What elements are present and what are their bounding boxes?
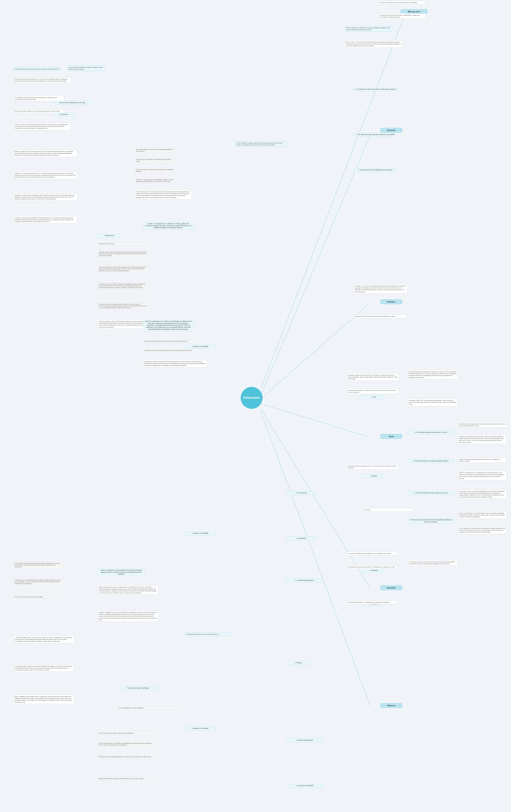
consent-desc: Where the plaintiff has consented to the… bbox=[97, 777, 155, 780]
who-can-sue-test: TEST: A statement is defamatory if it lo… bbox=[345, 26, 392, 31]
section8: Section 8, Defamation Act: A defence of … bbox=[143, 320, 194, 331]
ordinary-reader: The ordinary reader must be able to inde… bbox=[135, 148, 175, 153]
innocent-dissemination: 5. Innocent dissemination bbox=[286, 738, 323, 742]
svg-line-1 bbox=[261, 135, 370, 395]
two-types-privilege: There are two types of privileges bbox=[118, 686, 158, 690]
remedies-heading: Remedies bbox=[380, 585, 402, 590]
unint-def-where: Where a defamation unintentionally and i… bbox=[97, 569, 145, 576]
slander-profession: d. If the words are calculated to lower … bbox=[407, 518, 454, 524]
mindmap-container: Defamation Who can sue? Principle: Only … bbox=[0, 0, 511, 812]
req-true-facts: Comment must be based on true facts. TES… bbox=[97, 251, 148, 257]
who-can-sue-principle: Principle: Only living persons can bring… bbox=[379, 1, 426, 4]
svg-line-3 bbox=[261, 404, 370, 437]
req-opinion: Comment must be opinion. bbox=[97, 242, 148, 245]
slander-disease: b. If the words impute a contagious dise… bbox=[407, 459, 454, 463]
unint-offer-amends: Must be followed by an offer of amends (… bbox=[97, 585, 158, 594]
innocent-mechanical: When the article was disseminated by him… bbox=[97, 755, 155, 758]
requirements-label: Requirements bbox=[97, 234, 121, 237]
defence-note3: If in either case, the publisher was not… bbox=[13, 596, 64, 599]
yousoupoff-case: Yousoupoff v MGM: The court held that th… bbox=[407, 399, 458, 406]
criteria-mass-distributors: 3. Criteria applicable for mass distribu… bbox=[118, 706, 178, 709]
defamatory-meaning-circumstances: The statement becomes defamatory through… bbox=[13, 96, 64, 101]
knowledge-plaintiff: It does not matter of the defendant's kn… bbox=[135, 168, 175, 173]
justification-label: 3. Justification bbox=[286, 536, 316, 540]
absolute-privilege: 1. Absolute privilege: Where words which… bbox=[13, 636, 74, 643]
privilege-label: 4. Privilege bbox=[286, 661, 310, 665]
slander-crime: a. If the words impute the commission of… bbox=[407, 431, 454, 434]
defamatory-meaning-hasnol: Hasnol Abdul Hadi v Bulat Mohamed: The c… bbox=[13, 77, 71, 83]
conditions-fulfilled: Conditions to be fulfilled bbox=[185, 345, 216, 349]
words-special-meaning: Words with a special, hidden or inner me… bbox=[13, 109, 64, 113]
slander-crime-desc: A statement made alleging that the plain… bbox=[458, 422, 507, 428]
by-innuendo: By Innuendo bbox=[54, 113, 74, 116]
provided-under-sections: Provided under Sections 12(1) and 13, De… bbox=[185, 633, 232, 636]
elements-heading: Elements bbox=[380, 128, 402, 133]
damages-desc: As an action for defamation, damages for… bbox=[347, 552, 397, 555]
types-heading: Types bbox=[380, 434, 402, 439]
referred-knupffer: Knupffer v London Express Newspaper (Cla… bbox=[13, 216, 78, 224]
conditions-innocent: Conditions to be fulfilled bbox=[185, 727, 216, 730]
referred-newstead: Newstead v London Express Newspaper: (Pe… bbox=[13, 194, 78, 201]
justification-burden: The burden of proof is on the defendant … bbox=[143, 349, 194, 352]
innuendo-today: Today v JD Pte: The court held the defen… bbox=[13, 123, 71, 130]
innocent-reasonable-care: He took all reasonable care in relation … bbox=[97, 742, 155, 747]
req-not-malicious: Comment must not be malicious. Malice: I… bbox=[97, 283, 148, 289]
innocent-not-author: He was not the author, editor or publish… bbox=[97, 732, 155, 735]
req-public-interest: Comment must refer to matters of public … bbox=[97, 303, 148, 309]
libel-label: 1. Libel bbox=[362, 395, 386, 399]
section5-da: Section 5, Defamation Act: The publicati… bbox=[458, 512, 507, 519]
theatre-richardson: Theatre v Richardson: The court held tha… bbox=[135, 190, 192, 199]
words-defamatory-ways: Words may be defamatory in two ways bbox=[54, 101, 91, 105]
defamatory-test: TEST: Whether an ordinary reader would r… bbox=[236, 141, 286, 147]
element-3: 3. The statement must be published to a … bbox=[353, 168, 397, 172]
slander-profession-example: E.g. An allegation of dishonesty and cor… bbox=[458, 526, 507, 534]
definition-heading: Definition bbox=[380, 299, 402, 304]
element-1: 1. The statement made must contain a def… bbox=[353, 87, 397, 91]
publication-label: 'Publication' = Making known the defamat… bbox=[135, 178, 175, 183]
slander-disease-desc: A statement alleging that the plaintiff … bbox=[458, 458, 507, 463]
defamatory-meaning-natural: The meaning that the words would convey … bbox=[13, 67, 61, 71]
svg-line-0 bbox=[261, 17, 404, 388]
libel-permanent: Defamatory made in a permanent form. E.g… bbox=[347, 373, 399, 381]
consent-label: 6. Consent of the plaintiff bbox=[286, 784, 323, 788]
fair-comment-label: 1. Fair comment bbox=[286, 491, 316, 495]
section7: Section 7, Defamation Act: A statement i… bbox=[143, 222, 194, 230]
drumwhyer-case: Drumwhyer v Abdullah Hols' Abd Rahman: W… bbox=[458, 435, 507, 444]
tun-dr-dato-case: Tun Dr Dato' Ismail Sani v Hasnah: where… bbox=[407, 560, 458, 566]
or-broadcast: or broadcast bbox=[362, 508, 413, 512]
slander-chastity: c. If the words impute the non-chastity … bbox=[407, 491, 454, 495]
qualified-privilege: 2. Qualified privilege: Where communicat… bbox=[13, 664, 74, 672]
definition-text1: Lord Alkin - Sim v Stretch: A defamatory… bbox=[353, 284, 407, 294]
slander-label: 2. Slander bbox=[362, 474, 386, 478]
who-can-sue-byrne: Byrne v Dean: The court found the defend… bbox=[345, 40, 402, 48]
defence-note1: If the publisher did not intend to refer… bbox=[13, 562, 64, 569]
unintentional-defamation: 2. Unintentional defamation bbox=[286, 579, 323, 582]
damages-label: 1. Damages bbox=[362, 569, 386, 572]
sufficient-plaintiff: It is sufficient for the plaintiff to be… bbox=[135, 158, 175, 163]
section4-da: Section 4, Defamation Act: The publicati… bbox=[458, 471, 507, 480]
conditions-justification: Conditions to be fulfilled bbox=[185, 531, 216, 535]
defences-heading: Defences bbox=[380, 703, 402, 708]
who-can-sue-dead: A dead person cannot bring an action in … bbox=[379, 13, 426, 19]
justification-desc: A defence for the defendant to show that… bbox=[143, 340, 194, 343]
req-honest: Comment must be the TEST: Whether someon… bbox=[97, 266, 148, 272]
sandison-case: Sandison v Malayan Times Ltd & Ors: Alth… bbox=[97, 611, 158, 622]
referred-morgan: Morgan v Dalham Press: The named person:… bbox=[13, 150, 78, 157]
definition-text2: Defamation Act 1957 was enacted to prote… bbox=[353, 315, 407, 318]
referred-hulton: Hulton & Co v Jones (Fictional name): Th… bbox=[13, 172, 78, 179]
injunction-desc: Restraining the publication or distribut… bbox=[347, 601, 397, 604]
abd-rahman-talib: Abdul Rahman Talib v Sreenivasan: Where … bbox=[143, 360, 207, 368]
defamatory-meaning-natural-label: By its natural and ordinary meaning: The… bbox=[67, 66, 104, 71]
center-node: Defamation bbox=[241, 387, 262, 409]
defence-note2: If the words were not defamatory as the … bbox=[13, 579, 64, 585]
element-2: 2. The statement made must have referred… bbox=[353, 133, 397, 137]
libel-live-tv: Live television broadcasts, tv replays h… bbox=[347, 388, 399, 394]
lok-sai-lam-case: Lok Sai Lam v Sib Lu Lung: Where allegat… bbox=[458, 490, 507, 499]
slander-temporary: Defamatory made in a temporary form. E.g… bbox=[347, 464, 399, 470]
svg-line-5 bbox=[261, 412, 370, 706]
datuk-syed-case: Datuk Syed Kechik Syed Mohamed v Datuk H… bbox=[407, 370, 458, 379]
damages-amount: The plaintiff may receive as much RM 1.5… bbox=[347, 565, 397, 569]
watt-longsdon-case: Watt v Longsdon (to fulfil a legal, mora… bbox=[13, 695, 74, 704]
svg-line-4 bbox=[261, 409, 370, 589]
